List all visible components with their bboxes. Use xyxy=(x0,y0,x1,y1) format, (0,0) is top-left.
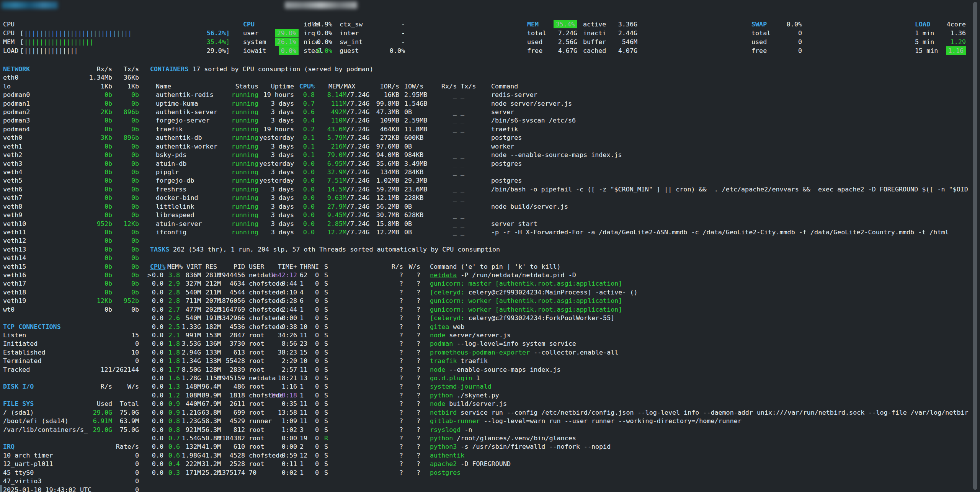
container-iow: 11.8MB xyxy=(404,125,427,133)
container-rxtx: _ _ xyxy=(453,90,464,99)
container-uptime: 19 hours xyxy=(263,90,294,99)
task-pid: 613 xyxy=(234,348,245,356)
col-header: Uptime xyxy=(271,82,294,90)
task-pid: 2839 xyxy=(230,365,245,374)
task-command: apache2 -D FOREGROUND xyxy=(430,459,511,468)
container-mem: 8.14M xyxy=(327,90,346,99)
container-status: running xyxy=(232,159,258,168)
task-mem: 0.3 xyxy=(168,468,180,477)
col-header: USER xyxy=(249,262,264,271)
task-virt: 711M xyxy=(186,296,201,305)
col-header-sort: CPU% xyxy=(150,262,165,271)
task-command: node server/server.js xyxy=(430,331,511,339)
container-rxtx: _ _ xyxy=(453,133,464,142)
container-memmax: /7.24G xyxy=(346,159,369,168)
task-res: 31.2M xyxy=(202,459,221,468)
container-ior: 109MB xyxy=(380,116,399,124)
task-nice: 0 xyxy=(315,399,319,408)
task-virt: 3.53G xyxy=(182,339,201,348)
task-command-args: service run --config /etc/netbird/config… xyxy=(457,409,968,416)
container-iow: 29.3MB xyxy=(404,176,427,185)
task-mem: 0.8 xyxy=(168,417,180,425)
task-nice: 0 xyxy=(315,296,319,305)
container-row: pipglrrunning3 days0.032.9M/7.24G134MB28… xyxy=(0,168,972,176)
task-mem: 0.6 xyxy=(168,451,180,459)
task-cpu: 0.0 xyxy=(152,339,163,348)
task-time: 0:00 xyxy=(282,434,297,442)
container-command: traefik xyxy=(491,125,518,133)
container-cpu: 0.7 xyxy=(303,99,315,108)
container-cpu: 0.8 xyxy=(303,90,315,99)
task-rs: ? xyxy=(399,382,403,391)
quad-load-row: 5 min1.29 xyxy=(0,38,972,46)
task-state: S xyxy=(324,314,328,322)
col-header: R/s xyxy=(392,262,403,271)
task-user: chofstede xyxy=(249,305,283,314)
container-status: running xyxy=(232,185,258,193)
task-state: S xyxy=(324,391,328,399)
task-command-name: podman xyxy=(430,340,453,347)
task-rs: ? xyxy=(399,356,403,365)
container-status: running xyxy=(232,133,258,142)
quad-load-cell: 15 min xyxy=(915,46,938,55)
task-command-args: -s /usr/sbin/firewalld --nofork --nopid xyxy=(457,443,611,450)
container-name: littlelink xyxy=(156,202,194,211)
container-row: authentik-serverrunning3 days0.6492M/7.2… xyxy=(0,108,972,116)
task-command: python3 -s /usr/sbin/firewalld --nofork … xyxy=(430,442,611,451)
task-user: root xyxy=(249,408,264,417)
task-virt: 148M xyxy=(186,382,201,391)
task-time: 2:57 xyxy=(282,365,297,374)
task-nice: 0 xyxy=(315,356,319,365)
container-status: running xyxy=(232,168,258,176)
task-command: go.d.plugin 1 xyxy=(430,374,480,382)
container-mem: 27.9M xyxy=(327,202,346,211)
container-ior: 12.2MB xyxy=(376,228,399,236)
task-command-name: gunicorn: worker [authentik.root.asgi:ap… xyxy=(430,297,622,304)
task-row: 0.02.7477M202M3164769chofstede2:4410S??g… xyxy=(0,305,972,314)
container-command: /bin/bash -o pipefail -c ([ -z "$CRON_MI… xyxy=(491,185,968,193)
task-time: 5:28 xyxy=(282,296,297,305)
task-command: systemd-journald xyxy=(430,382,492,391)
task-command-name: node xyxy=(430,400,445,407)
task-pid: 55428 xyxy=(226,356,245,365)
task-time: 0:00 xyxy=(282,442,297,451)
container-iow: 0B xyxy=(404,142,412,150)
task-ws: ? xyxy=(416,356,420,365)
task-nice: 0 xyxy=(315,331,319,339)
task-command-args: web xyxy=(449,323,464,330)
container-mem: 14.5M xyxy=(327,185,346,193)
task-user: chofstede xyxy=(249,288,283,296)
task-time: 0:59 xyxy=(282,451,297,459)
task-command-args: /root/glances/.venv/bin/glances xyxy=(453,434,576,442)
task-rs: ? xyxy=(399,271,403,279)
container-row: authentik-redisrunning19 hours0.88.14M/7… xyxy=(0,90,972,99)
task-command-name: python xyxy=(430,391,453,399)
container-rxtx: _ _ xyxy=(453,108,464,116)
task-cpu: 0.0 xyxy=(152,279,163,288)
container-status: running xyxy=(232,202,258,211)
task-pid: 1876056 xyxy=(218,296,245,305)
task-time: 1:16 xyxy=(282,382,297,391)
task-row: 0.00.3171M25.2M1375174700:0210S??postgre… xyxy=(0,468,972,477)
task-thr: 1 xyxy=(300,459,304,468)
task-state: S xyxy=(324,305,328,314)
scrollbar-thumb[interactable] xyxy=(973,2,977,490)
container-ior: 94.0MB xyxy=(376,150,399,159)
task-res: 56.3M xyxy=(202,425,221,434)
task-command: traefik traefik xyxy=(430,356,488,365)
task-ws: ? xyxy=(416,391,420,399)
task-user: root xyxy=(249,356,264,365)
glances-terminal[interactable]: CentOS Stream 9 64bit / Linux 5.14.0-547… xyxy=(0,0,980,492)
container-status: running xyxy=(232,219,258,228)
task-cpu: 0.0 xyxy=(152,468,163,477)
container-uptime: 3 days xyxy=(271,108,294,116)
task-pid: 3164769 xyxy=(218,305,245,314)
task-time: 13:58 xyxy=(278,408,297,417)
container-uptime: 3 days xyxy=(271,185,294,193)
container-command: /bin/s6-svscan /etc/s6 xyxy=(491,116,576,124)
task-row: 0.02.8540M211M4544chofstede4:1040S??[cel… xyxy=(0,288,972,296)
col-header: IOW/s xyxy=(404,82,423,90)
task-ws: ? xyxy=(416,374,420,382)
task-command-name: netbird xyxy=(430,409,457,416)
task-time: 9:38 xyxy=(282,322,297,331)
